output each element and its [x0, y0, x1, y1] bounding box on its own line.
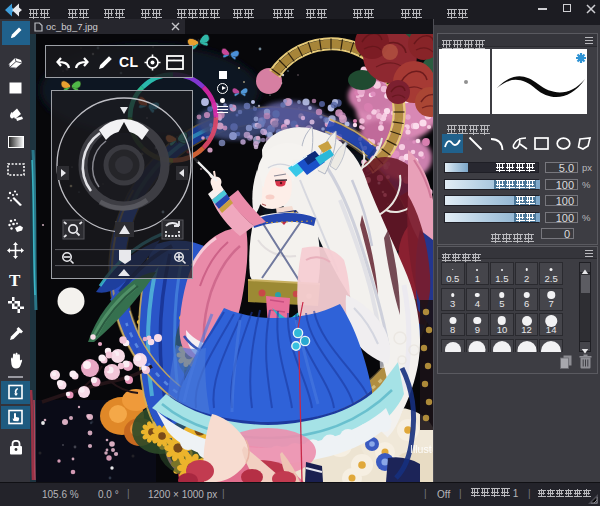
- svg-text:Illust: Illust: [410, 443, 432, 455]
